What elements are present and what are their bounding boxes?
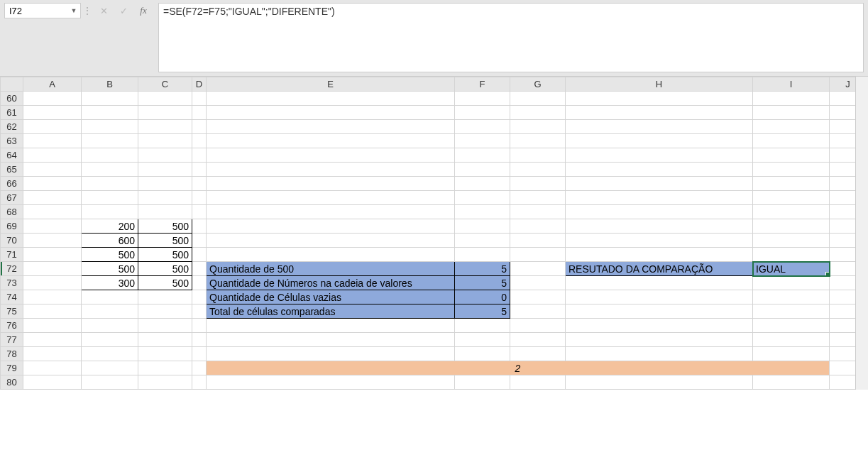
cell-D65[interactable] — [192, 163, 207, 177]
cell-F75[interactable]: 5 — [455, 304, 510, 319]
cell-E76[interactable] — [207, 319, 455, 333]
cell-E71[interactable] — [207, 248, 455, 262]
cell-C73[interactable]: 500 — [138, 276, 192, 290]
cell-H64[interactable] — [566, 148, 753, 163]
cell-I61[interactable] — [753, 106, 830, 120]
cell-B74[interactable] — [82, 290, 138, 304]
cell-I75[interactable] — [753, 304, 830, 319]
cell-D78[interactable] — [192, 347, 207, 361]
spreadsheet-grid[interactable]: A B C D E F G H I J 60616263646566676869… — [0, 77, 867, 390]
cell-A80[interactable] — [23, 375, 82, 390]
cell-F76[interactable] — [455, 319, 510, 333]
row-header[interactable]: 60 — [1, 92, 23, 106]
col-header-E[interactable]: E — [207, 77, 455, 92]
cell-A66[interactable] — [23, 177, 82, 191]
cell-D76[interactable] — [192, 319, 207, 333]
cell-E80[interactable] — [207, 375, 455, 390]
cell-C64[interactable] — [138, 148, 192, 163]
col-header-D[interactable]: D — [192, 77, 207, 92]
cell-I68[interactable] — [753, 205, 830, 219]
cell-B72[interactable]: 500 — [82, 262, 138, 276]
cell-I65[interactable] — [753, 163, 830, 177]
cell-H70[interactable] — [566, 234, 753, 248]
cell-G71[interactable] — [510, 248, 566, 262]
col-header-F[interactable]: F — [455, 77, 510, 92]
cell-H60[interactable] — [566, 92, 753, 106]
cell-E78[interactable] — [207, 347, 455, 361]
cell-H77[interactable] — [566, 333, 753, 347]
cell-E68[interactable] — [207, 205, 455, 219]
cell-A62[interactable] — [23, 120, 82, 134]
cell-A76[interactable] — [23, 319, 82, 333]
cell-H72[interactable]: RESUTADO DA COMPARAÇÃO — [566, 262, 753, 276]
row-header[interactable]: 61 — [1, 106, 23, 120]
cell-B78[interactable] — [82, 347, 138, 361]
cell-I80[interactable] — [753, 375, 830, 390]
cell-C77[interactable] — [138, 333, 192, 347]
cell-E63[interactable] — [207, 134, 455, 148]
cell-F64[interactable] — [455, 148, 510, 163]
row-header[interactable]: 76 — [1, 319, 23, 333]
cell-G74[interactable] — [510, 290, 566, 304]
cell-C67[interactable] — [138, 191, 192, 205]
cell-B67[interactable] — [82, 191, 138, 205]
cell-H69[interactable] — [566, 219, 753, 234]
row-header[interactable]: 75 — [1, 304, 23, 319]
row-header[interactable]: 66 — [1, 177, 23, 191]
cell-D62[interactable] — [192, 120, 207, 134]
fx-icon[interactable]: fx — [137, 4, 150, 17]
cell-H75[interactable] — [566, 304, 753, 319]
cell-D79[interactable] — [192, 361, 207, 375]
cell-A73[interactable] — [23, 276, 82, 290]
cell-H78[interactable] — [566, 347, 753, 361]
row-header[interactable]: 79 — [1, 361, 23, 375]
cell-E77[interactable] — [207, 333, 455, 347]
cell-C78[interactable] — [138, 347, 192, 361]
cell-H62[interactable] — [566, 120, 753, 134]
cell-G77[interactable] — [510, 333, 566, 347]
cell-A68[interactable] — [23, 205, 82, 219]
cell-G64[interactable] — [510, 148, 566, 163]
vertical-scrollbar[interactable] — [855, 77, 868, 390]
cell-G78[interactable] — [510, 347, 566, 361]
row-header[interactable]: 77 — [1, 333, 23, 347]
cell-C63[interactable] — [138, 134, 192, 148]
cell-F74[interactable]: 0 — [455, 290, 510, 304]
cell-H68[interactable] — [566, 205, 753, 219]
name-box[interactable]: I72 ▼ — [4, 3, 81, 18]
cell-C79[interactable] — [138, 361, 192, 375]
cell-E75[interactable]: Total de células comparadas — [207, 304, 455, 319]
cell-D61[interactable] — [192, 106, 207, 120]
cell-A61[interactable] — [23, 106, 82, 120]
row-header[interactable]: 80 — [1, 375, 23, 390]
row-header[interactable]: 68 — [1, 205, 23, 219]
cell-G80[interactable] — [510, 375, 566, 390]
cell-F65[interactable] — [455, 163, 510, 177]
cell-G67[interactable] — [510, 191, 566, 205]
row-header[interactable]: 78 — [1, 347, 23, 361]
cell-I71[interactable] — [753, 248, 830, 262]
cell-E62[interactable] — [207, 120, 455, 134]
cell-I74[interactable] — [753, 290, 830, 304]
cell-D72[interactable] — [192, 262, 207, 276]
cell-H71[interactable] — [566, 248, 753, 262]
cell-D77[interactable] — [192, 333, 207, 347]
cell-A67[interactable] — [23, 191, 82, 205]
col-header-H[interactable]: H — [566, 77, 753, 92]
row-header[interactable]: 67 — [1, 191, 23, 205]
cell-E67[interactable] — [207, 191, 455, 205]
cell-E74[interactable]: Quantidade de Células vazias — [207, 290, 455, 304]
cell-D75[interactable] — [192, 304, 207, 319]
cell-B62[interactable] — [82, 120, 138, 134]
cell-F63[interactable] — [455, 134, 510, 148]
cell-G66[interactable] — [510, 177, 566, 191]
cell-G68[interactable] — [510, 205, 566, 219]
cell-D60[interactable] — [192, 92, 207, 106]
col-header-B[interactable]: B — [82, 77, 138, 92]
cell-C65[interactable] — [138, 163, 192, 177]
cell-A71[interactable] — [23, 248, 82, 262]
cell-H66[interactable] — [566, 177, 753, 191]
cell-C66[interactable] — [138, 177, 192, 191]
cell-E66[interactable] — [207, 177, 455, 191]
row-header[interactable]: 73 — [1, 276, 23, 290]
